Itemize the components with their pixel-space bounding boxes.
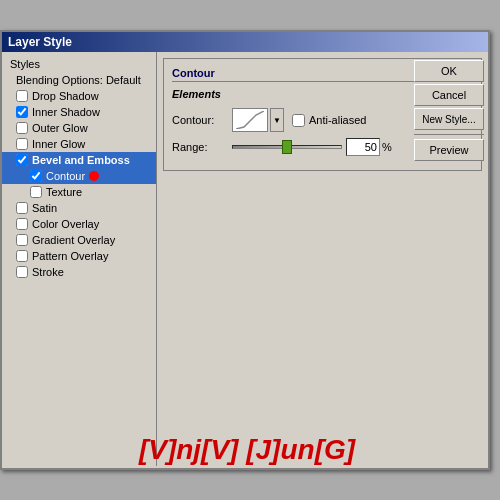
- outer-glow-checkbox[interactable]: [16, 122, 28, 134]
- sidebar-item-drop-shadow[interactable]: Drop Shadow: [2, 88, 156, 104]
- contour-curve-svg: [236, 111, 264, 129]
- stroke-checkbox[interactable]: [16, 266, 28, 278]
- sidebar-item-texture[interactable]: Texture: [2, 184, 156, 200]
- satin-label: Satin: [32, 202, 57, 214]
- stroke-label: Stroke: [32, 266, 64, 278]
- satin-checkbox[interactable]: [16, 202, 28, 214]
- drop-shadow-label: Drop Shadow: [32, 90, 99, 102]
- sidebar: Styles Blending Options: Default Drop Sh…: [2, 52, 157, 466]
- watermark-text: [V]nj[V] [J]un[G]: [2, 434, 492, 466]
- contour-preview-box[interactable]: [232, 108, 268, 132]
- sidebar-item-inner-shadow[interactable]: Inner Shadow: [2, 104, 156, 120]
- gradient-overlay-label: Gradient Overlay: [32, 234, 115, 246]
- blending-label: Blending Options: Default: [16, 74, 141, 86]
- cancel-button[interactable]: Cancel: [414, 84, 484, 106]
- range-field-label: Range:: [172, 141, 232, 153]
- range-percent: %: [382, 141, 392, 153]
- contour-field-label: Contour:: [172, 114, 232, 126]
- panel-title: Contour: [172, 67, 215, 79]
- new-style-button[interactable]: New Style...: [414, 108, 484, 130]
- inner-glow-label: Inner Glow: [32, 138, 85, 150]
- anti-aliased-row: Anti-aliased: [292, 114, 366, 127]
- sidebar-item-satin[interactable]: Satin: [2, 200, 156, 216]
- range-track: [232, 145, 342, 149]
- anti-aliased-label: Anti-aliased: [309, 114, 366, 126]
- preview-button[interactable]: Preview: [414, 139, 484, 161]
- panel-subtitle: Elements: [172, 88, 221, 100]
- color-overlay-label: Color Overlay: [32, 218, 99, 230]
- contour-checkbox[interactable]: [30, 170, 42, 182]
- sidebar-item-inner-glow[interactable]: Inner Glow: [2, 136, 156, 152]
- sidebar-item-blending[interactable]: Blending Options: Default: [2, 72, 156, 88]
- sidebar-item-stroke[interactable]: Stroke: [2, 264, 156, 280]
- anti-aliased-checkbox[interactable]: [292, 114, 305, 127]
- right-buttons: OK Cancel New Style... Preview: [414, 60, 484, 161]
- bevel-emboss-checkbox[interactable]: [16, 154, 28, 166]
- contour-indicator: [89, 171, 99, 181]
- bevel-emboss-label: Bevel and Emboss: [32, 154, 130, 166]
- sidebar-item-outer-glow[interactable]: Outer Glow: [2, 120, 156, 136]
- sidebar-item-color-overlay[interactable]: Color Overlay: [2, 216, 156, 232]
- inner-shadow-label: Inner Shadow: [32, 106, 100, 118]
- texture-checkbox[interactable]: [30, 186, 42, 198]
- contour-dropdown-arrow[interactable]: ▼: [270, 108, 284, 132]
- sidebar-item-contour[interactable]: Contour: [2, 168, 156, 184]
- title-bar: Layer Style: [2, 32, 488, 52]
- gradient-overlay-checkbox[interactable]: [16, 234, 28, 246]
- inner-shadow-checkbox[interactable]: [16, 106, 28, 118]
- sidebar-item-bevel-emboss[interactable]: Bevel and Emboss: [2, 152, 156, 168]
- contour-picker: ▼: [232, 108, 284, 132]
- button-divider: [414, 134, 484, 135]
- sidebar-item-pattern-overlay[interactable]: Pattern Overlay: [2, 248, 156, 264]
- styles-heading: Styles: [2, 56, 156, 72]
- ok-button[interactable]: OK: [414, 60, 484, 82]
- range-thumb[interactable]: [282, 140, 292, 154]
- watermark-content: [V]nj[V] [J]un[G]: [139, 434, 355, 465]
- color-overlay-checkbox[interactable]: [16, 218, 28, 230]
- range-slider[interactable]: [232, 139, 342, 155]
- pattern-overlay-label: Pattern Overlay: [32, 250, 108, 262]
- sidebar-item-gradient-overlay[interactable]: Gradient Overlay: [2, 232, 156, 248]
- contour-label: Contour: [46, 170, 85, 182]
- inner-glow-checkbox[interactable]: [16, 138, 28, 150]
- window-title: Layer Style: [8, 35, 72, 49]
- drop-shadow-checkbox[interactable]: [16, 90, 28, 102]
- texture-label: Texture: [46, 186, 82, 198]
- layer-style-window: Layer Style Styles Blending Options: Def…: [0, 30, 490, 470]
- outer-glow-label: Outer Glow: [32, 122, 88, 134]
- range-value-input[interactable]: [346, 138, 380, 156]
- pattern-overlay-checkbox[interactable]: [16, 250, 28, 262]
